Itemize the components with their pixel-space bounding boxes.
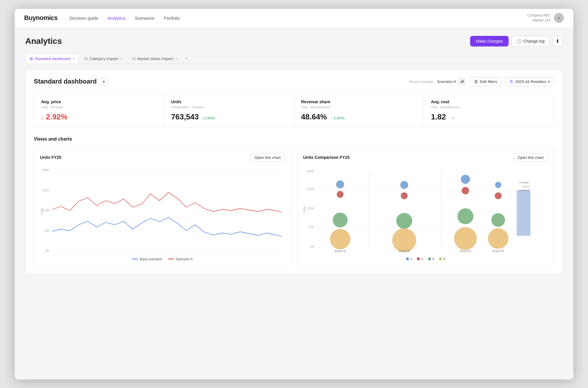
chevron-down-icon-3: ▾: [176, 57, 177, 60]
scenario-name: Scenario A: [437, 79, 456, 84]
bubble-legend-2: 2: [417, 257, 423, 261]
dashboard-panel: Standard dashboard ▾ Base scenario Scena…: [25, 70, 563, 274]
metric-subtitle-own: Own: [41, 105, 48, 109]
svg-point-43: [392, 228, 416, 252]
svg-point-46: [457, 208, 473, 224]
metric-units: Units Competition Shopper 763,543 ↑ 3.84…: [164, 94, 294, 127]
edit-filters-button[interactable]: ⛕ Edit filters: [470, 77, 502, 86]
metric-value-avg-cost: 1.82: [431, 112, 446, 121]
bubble-chart-svg: 300K 225K 150K 75K 0K Units: [303, 166, 548, 254]
metric-value-revenue: 48.64%: [301, 112, 327, 121]
svg-text:Brand A: Brand A: [460, 249, 471, 253]
company-name: Company ABC: [527, 13, 550, 18]
retailer-button[interactable]: 🗓 2025 All Retailers ▾: [505, 77, 554, 86]
metrics-row: Avg. price Own Shopper ↓ 2.92% Units: [34, 93, 554, 128]
avatar[interactable]: A: [554, 13, 564, 23]
download-button[interactable]: ⬇: [552, 36, 563, 46]
page-title: Analytics: [25, 36, 62, 46]
table-icon-2: ⊟: [132, 56, 136, 61]
chart-title-bubble: Units Comparison FY25: [303, 155, 350, 160]
bubble-dot-1: [406, 257, 409, 260]
chevron-down-icon-4: ▾: [103, 79, 105, 84]
calendar-icon: 🗓: [510, 79, 514, 84]
arrow-up-icon-2: ↑: [330, 116, 333, 120]
nav-portfolio[interactable]: Portfolio: [164, 16, 180, 21]
grid-icon: ⊞: [30, 56, 33, 61]
svg-text:Brand B: Brand B: [399, 249, 410, 253]
tab-standard-dashboard[interactable]: ⊞ Standard dashboard ▾: [25, 54, 79, 64]
chevron-down-icon-2: ▾: [121, 57, 122, 60]
metric-subtitles-avg-cost: Own Manufacturer: [431, 105, 547, 109]
dashboard-dropdown-button[interactable]: ▾: [100, 78, 108, 86]
svg-point-41: [401, 192, 407, 199]
arrow-up-icon-3: ↑: [450, 116, 452, 120]
chevron-down-icon-5: ▾: [548, 80, 550, 84]
bubble-legend: 1 2 4 8: [303, 257, 548, 261]
svg-point-45: [462, 187, 469, 194]
nav-decision-guide[interactable]: Decision guide: [69, 16, 98, 21]
tab-category-impact[interactable]: ⊟ Category impact ▾: [80, 54, 126, 64]
metric-subtitles-revenue: Own Manufacturer: [301, 105, 417, 109]
logo: Buynomics: [24, 14, 58, 22]
svg-point-49: [495, 192, 502, 199]
metric-avg-cost: Avg. cost Own Manufacturer 1.82 ↑ 0: [424, 94, 554, 127]
metric-value-avg-price: ↓ 2.92%: [41, 112, 68, 121]
change-log-button[interactable]: 🕐 Change log: [512, 36, 549, 46]
svg-text:75K: 75K: [44, 229, 50, 232]
legend-base-scenario: Base scenario: [132, 257, 162, 261]
svg-point-42: [396, 213, 412, 229]
scenario-badge: Scenario A ⇄: [437, 78, 466, 85]
svg-point-44: [461, 174, 470, 184]
nav-analytics[interactable]: Analytics: [108, 16, 126, 21]
svg-text:0K: 0K: [310, 244, 314, 248]
metric-change-avg-cost: ↑ 0: [450, 116, 455, 120]
clock-icon: 🕐: [517, 39, 522, 44]
header-actions: Make changes 🕐 Change log ⬇: [470, 36, 563, 46]
svg-text:300K: 300K: [42, 168, 50, 172]
bubble-chart-container: 300K 225K 150K 75K 0K Units: [303, 166, 548, 254]
svg-text:realized: realized: [519, 189, 529, 192]
svg-text:Units: Units: [40, 208, 44, 215]
nav-scenarios[interactable]: Scenarios: [135, 16, 155, 21]
bubble-dot-4: [428, 257, 431, 260]
bubble-legend-1: 1: [406, 257, 412, 261]
chart-panel-units-fy25: Units FY25 Open this chart 300K 225K 150…: [34, 148, 291, 267]
metric-change-revenue: ↑ 3.84%: [330, 116, 345, 120]
metric-revenue-share: Revenue share Own Manufacturer 48.64% ↑ …: [294, 94, 424, 127]
svg-text:225K: 225K: [307, 187, 314, 191]
tab-market-share-impact[interactable]: ⊟ Market share impact ▾: [128, 54, 181, 64]
svg-point-38: [333, 212, 348, 227]
svg-text:Units: Units: [303, 206, 306, 213]
open-chart-button-line[interactable]: Open this chart: [250, 153, 285, 162]
metric-subtitle-manufacturer2: Manufacturer: [440, 105, 460, 109]
open-chart-button-bubble[interactable]: Open this chart: [513, 153, 548, 162]
chart-header-bubble: Units Comparison FY25 Open this chart: [303, 153, 548, 162]
legend-line-red: [168, 259, 174, 259]
svg-text:75K: 75K: [308, 225, 314, 229]
metric-subtitle-manufacturer: Manufacturer: [310, 105, 330, 109]
app-window: Buynomics Decision guide Analytics Scena…: [15, 9, 573, 379]
svg-text:300K: 300K: [307, 169, 314, 173]
metric-subtitle-competition: Competition: [171, 105, 189, 109]
svg-rect-52: [517, 190, 530, 236]
svg-point-51: [488, 228, 509, 249]
company-info: Company ABC Market 123: [527, 13, 550, 23]
chart-title-line: Units FY25: [40, 155, 61, 160]
swap-button[interactable]: ⇄: [459, 78, 466, 85]
svg-text:Brand A: Brand A: [335, 249, 346, 253]
metric-subtitles-avg-price: Own Shopper: [41, 105, 157, 109]
dashboard-title: Standard dashboard: [34, 78, 97, 85]
metric-title-avg-cost: Avg. cost: [431, 99, 547, 104]
add-tab-button[interactable]: +: [183, 54, 191, 64]
metric-subtitles-units: Competition Shopper: [171, 105, 287, 109]
make-changes-button[interactable]: Make changes: [470, 36, 509, 46]
table-icon: ⊟: [84, 56, 88, 61]
line-chart-svg: 300K 225K 150K 75K 0K Units: [40, 166, 285, 254]
bubble-legend-4: 4: [428, 257, 434, 261]
svg-point-47: [454, 227, 477, 250]
arrow-down-icon: ↓: [41, 115, 44, 121]
dashboard-title-row: Standard dashboard ▾: [34, 78, 108, 86]
svg-point-40: [400, 181, 408, 189]
svg-point-36: [336, 180, 344, 188]
dashboard-header: Standard dashboard ▾ Base scenario Scena…: [34, 77, 554, 86]
